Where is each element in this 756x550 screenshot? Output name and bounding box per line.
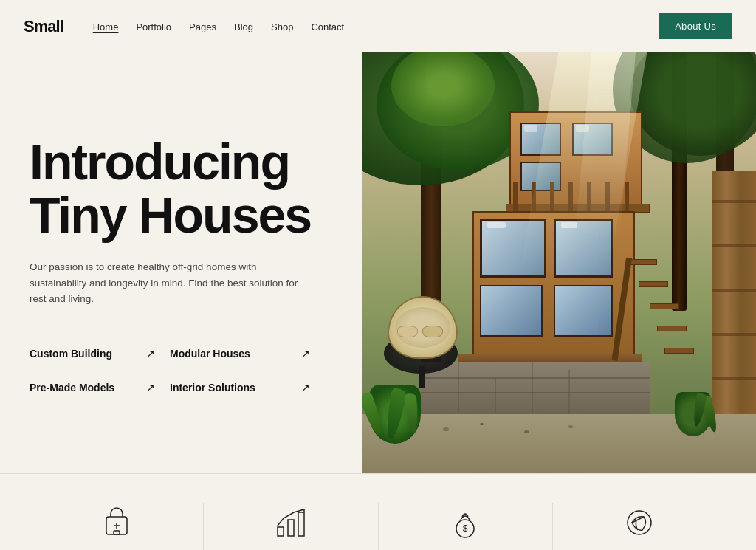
svg-rect-3	[114, 531, 120, 534]
service-premade-models[interactable]: Pre-Made Models ↗	[30, 371, 155, 405]
site-logo[interactable]: Small	[24, 17, 63, 36]
scalable-svg	[273, 505, 309, 540]
svg-rect-6	[298, 512, 304, 536]
nav-shop[interactable]: Shop	[271, 21, 293, 32]
services-grid: Custom Building ↗ Modular Houses ↗ Pre-M…	[30, 337, 310, 405]
service-custom-building[interactable]: Custom Building ↗	[30, 337, 155, 371]
hero-content: Introducing Tiny Houses Our passion is t…	[0, 52, 362, 473]
hero-section: Introducing Tiny Houses Our passion is t…	[0, 52, 756, 473]
svg-point-9	[628, 511, 651, 534]
feature-innovative: Innovative Natus error sit voluptatem ac…	[30, 503, 204, 550]
nav-pages[interactable]: Pages	[189, 21, 216, 32]
nav-contact[interactable]: Contact	[311, 21, 344, 32]
hero-title: Introducing Tiny Houses	[30, 136, 332, 241]
svg-text:$: $	[463, 523, 468, 534]
eco-icon	[620, 503, 659, 542]
nav-portfolio[interactable]: Portfolio	[136, 21, 171, 32]
affordable-icon: $	[446, 503, 484, 542]
arrow-icon: ↗	[301, 348, 310, 360]
service-interior-solutions[interactable]: Interior Solutions ↗	[170, 371, 310, 405]
service-modular-houses[interactable]: Modular Houses ↗	[170, 337, 310, 371]
arrow-icon: ↗	[146, 382, 155, 394]
innovative-svg	[99, 505, 134, 540]
feature-eco: Eco-Friendly Natus error sit voluptatem …	[553, 503, 726, 550]
nav-links: Home Portfolio Pages Blog Shop Contact	[93, 20, 659, 33]
affordable-svg: $	[447, 505, 483, 540]
eco-svg	[622, 505, 657, 540]
feature-affordable: $ Affordable Natus error sit voluptatem …	[379, 503, 553, 550]
features-section: Innovative Natus error sit voluptatem ac…	[0, 473, 756, 550]
feature-scalable: Scalable Natus error sit voluptatem accu…	[204, 503, 378, 550]
nav-blog[interactable]: Blog	[234, 21, 253, 32]
svg-rect-4	[278, 527, 284, 536]
hero-subtitle: Our passion is to create healthy off-gri…	[30, 259, 310, 307]
arrow-icon: ↗	[301, 382, 310, 394]
arrow-icon: ↗	[146, 348, 155, 360]
hero-image	[362, 52, 756, 473]
navbar: Small Home Portfolio Pages Blog Shop Con…	[0, 0, 756, 52]
nav-home[interactable]: Home	[93, 21, 119, 32]
house-scene	[362, 52, 756, 473]
innovative-icon	[97, 503, 136, 542]
svg-rect-5	[288, 520, 294, 536]
about-button[interactable]: About Us	[659, 13, 732, 39]
scalable-icon	[272, 503, 310, 542]
